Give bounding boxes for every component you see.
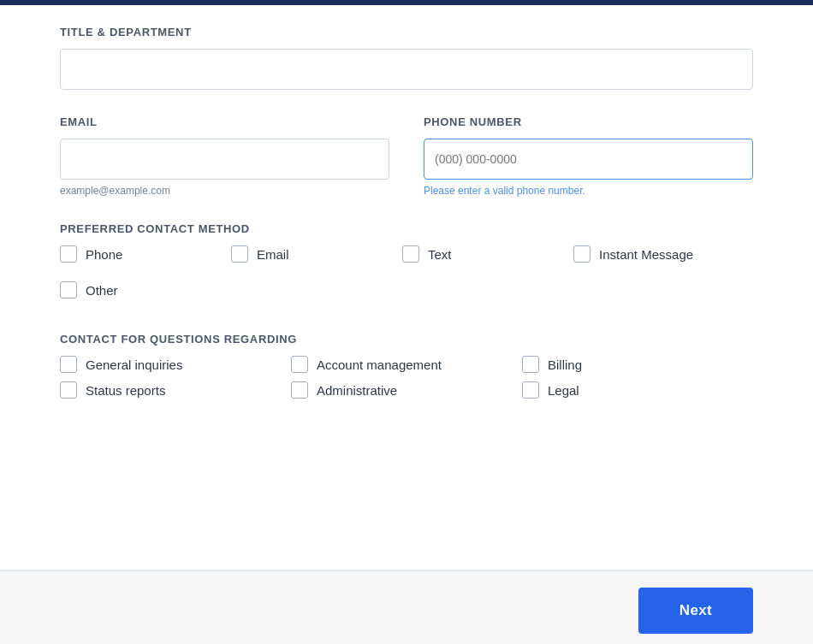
- contact-other-label: Other: [86, 283, 118, 298]
- question-legal-checkbox[interactable]: [522, 381, 539, 399]
- contact-instant-label: Instant Message: [599, 247, 693, 262]
- question-legal-item: Legal: [522, 381, 753, 399]
- contact-text-checkbox[interactable]: [402, 245, 419, 263]
- question-billing-label: Billing: [548, 357, 582, 372]
- next-button[interactable]: Next: [638, 588, 753, 634]
- contact-questions-options: General inquiries Account management Bil…: [60, 356, 753, 407]
- form-container: TITLE & DEPARTMENT EMAIL example@example…: [0, 5, 813, 570]
- question-legal-label: Legal: [548, 383, 579, 398]
- phone-label: PHONE NUMBER: [424, 115, 753, 128]
- email-phone-row: EMAIL example@example.com PHONE NUMBER P…: [60, 115, 753, 197]
- question-general-checkbox[interactable]: [60, 356, 77, 373]
- email-input[interactable]: [60, 139, 389, 180]
- email-label: EMAIL: [60, 115, 389, 128]
- contact-text-label: Text: [428, 247, 452, 262]
- title-dept-label: TITLE & DEPARTMENT: [60, 26, 753, 38]
- email-col: EMAIL example@example.com: [60, 115, 389, 197]
- question-admin-item: Administrative: [291, 381, 522, 399]
- question-status-checkbox[interactable]: [60, 381, 77, 399]
- contact-email-checkbox[interactable]: [231, 245, 248, 263]
- contact-phone-label: Phone: [86, 247, 122, 262]
- title-dept-input[interactable]: [60, 49, 753, 90]
- question-account-item: Account management: [291, 356, 522, 373]
- question-admin-checkbox[interactable]: [291, 381, 308, 399]
- footer-bar: Next: [0, 570, 813, 644]
- email-hint: example@example.com: [60, 185, 389, 197]
- contact-phone-checkbox[interactable]: [60, 245, 77, 263]
- title-dept-group: TITLE & DEPARTMENT: [60, 26, 753, 90]
- contact-questions-group: CONTACT FOR QUESTIONS REGARDING General …: [60, 333, 753, 407]
- question-general-item: General inquiries: [60, 356, 291, 373]
- question-billing-checkbox[interactable]: [522, 356, 539, 373]
- contact-email-label: Email: [257, 247, 289, 262]
- question-account-checkbox[interactable]: [291, 356, 308, 373]
- contact-other-item: Other: [60, 281, 231, 298]
- contact-text-item: Text: [402, 245, 573, 263]
- phone-input[interactable]: [424, 139, 753, 180]
- question-admin-label: Administrative: [317, 383, 397, 398]
- contact-other-checkbox[interactable]: [60, 281, 77, 298]
- question-status-label: Status reports: [86, 383, 165, 398]
- question-status-item: Status reports: [60, 381, 291, 399]
- preferred-contact-label: PREFERRED CONTACT METHOD: [60, 222, 753, 235]
- contact-email-item: Email: [231, 245, 402, 263]
- preferred-contact-group: PREFERRED CONTACT METHOD Phone Email Tex…: [60, 222, 753, 307]
- contact-questions-label: CONTACT FOR QUESTIONS REGARDING: [60, 333, 753, 346]
- contact-instant-item: Instant Message: [573, 245, 745, 263]
- question-billing-item: Billing: [522, 356, 753, 373]
- question-general-label: General inquiries: [86, 357, 182, 372]
- phone-col: PHONE NUMBER Please enter a valid phone …: [424, 115, 753, 197]
- contact-instant-checkbox[interactable]: [573, 245, 590, 263]
- preferred-contact-options: Phone Email Text Instant Message Other: [60, 245, 753, 307]
- phone-hint: Please enter a valid phone number.: [424, 185, 753, 197]
- question-account-label: Account management: [317, 357, 442, 372]
- contact-phone-item: Phone: [60, 245, 231, 263]
